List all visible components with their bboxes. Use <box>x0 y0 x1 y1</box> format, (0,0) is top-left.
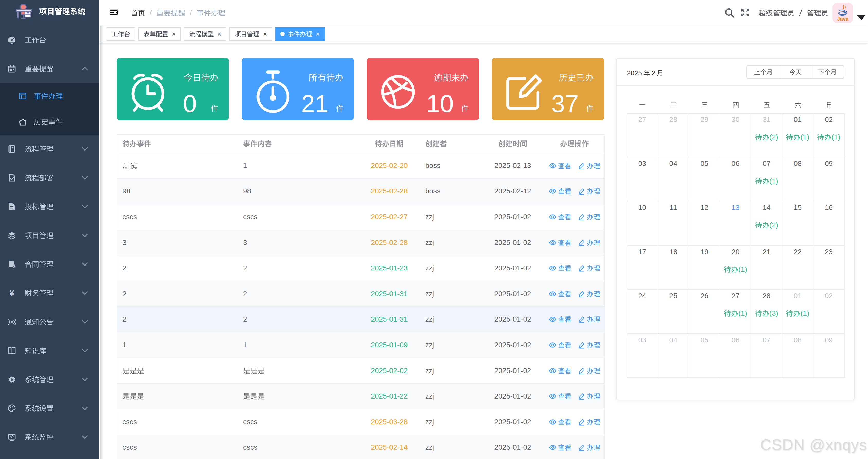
svg-text:Java: Java <box>837 16 849 22</box>
svg-text:¥: ¥ <box>9 289 14 297</box>
